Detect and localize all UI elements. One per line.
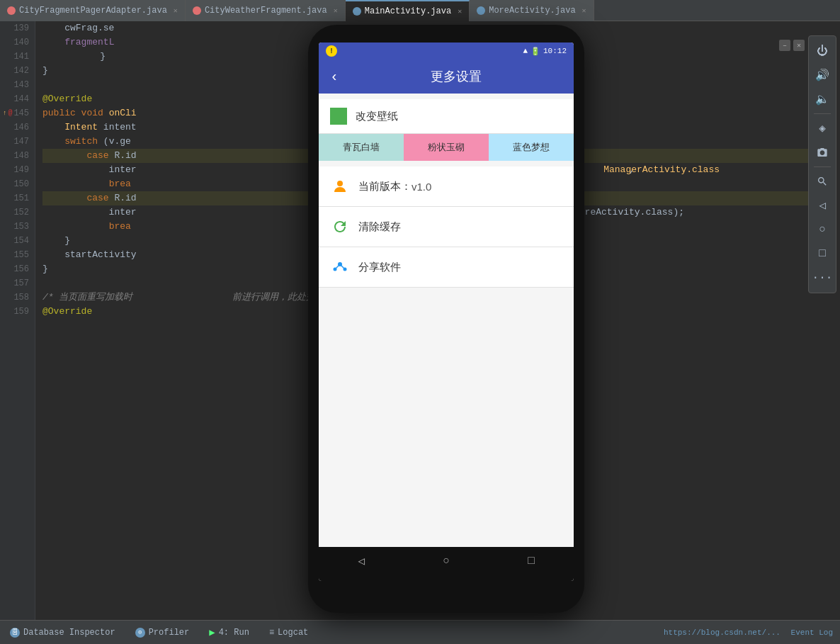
svg-point-0: [337, 181, 343, 186]
zoom-button[interactable]: [811, 170, 834, 193]
action-title: 更多设置: [350, 68, 562, 85]
android-device: ! ▲ 🔋 10:12 ‹ 更多设置 改变壁纸 青瓦白墙: [308, 25, 584, 613]
nav-home-button[interactable]: ○: [443, 555, 450, 567]
toolbar-divider1: [814, 113, 831, 114]
tab-city-weather-fragment[interactable]: CityWeatherFragment.java ✕: [186, 0, 346, 21]
logcat-tab[interactable]: ≡ Logcat: [259, 621, 318, 645]
run-tab[interactable]: ▶ 4: Run: [199, 621, 259, 645]
warning-icon: !: [326, 45, 337, 57]
version-value: v1.0: [412, 181, 431, 193]
status-right: ▲ 🔋 10:12: [523, 47, 567, 56]
database-inspector-label: Database Inspector: [23, 628, 115, 638]
time-display: 10:12: [543, 47, 567, 55]
logcat-icon: ≡: [269, 628, 274, 638]
tab-close-icon[interactable]: ✕: [174, 6, 178, 15]
screenshot-button[interactable]: [811, 141, 834, 164]
nav-back-toolbar-button[interactable]: ◁: [811, 194, 834, 217]
tab-close-icon4[interactable]: ✕: [582, 6, 586, 15]
tab-label3: MainActivity.java: [365, 6, 451, 16]
wallpaper-option-blue-dream[interactable]: 蓝色梦想: [489, 134, 574, 161]
rotate-button[interactable]: ◈: [811, 117, 834, 140]
tab-city-fragment-pager-adapter[interactable]: CityFragmentPagerAdapter.java ✕: [0, 0, 186, 21]
device-screen: ! ▲ 🔋 10:12 ‹ 更多设置 改变壁纸 青瓦白墙: [319, 43, 574, 581]
minimize-button[interactable]: –: [779, 40, 790, 51]
wallpaper-section: 改变壁纸 青瓦白墙 粉状玉砌 蓝色梦想: [319, 99, 574, 161]
share-label: 分享软件: [358, 261, 401, 274]
tab-close-icon2[interactable]: ✕: [334, 6, 338, 15]
more-toolbar-button[interactable]: ···: [811, 266, 834, 289]
database-inspector-tab[interactable]: 🗄 Database Inspector: [0, 621, 125, 645]
event-log-link[interactable]: Event Log: [791, 628, 833, 637]
wallpaper-header[interactable]: 改变壁纸: [319, 99, 574, 134]
profiler-label: Profiler: [149, 628, 190, 638]
app-content: 改变壁纸 青瓦白墙 粉状玉砌 蓝色梦想: [319, 94, 574, 547]
wallpaper-option-cyan[interactable]: 青瓦白墙: [319, 134, 404, 161]
wallpaper-label: 改变壁纸: [356, 110, 398, 123]
version-label: 当前版本：: [358, 180, 412, 193]
profiler-icon: ⊙: [135, 628, 145, 638]
signal-icon: ▲: [523, 47, 528, 55]
line-numbers: 139 140 141 142 143 144 ↑ @ 145 146 147 …: [0, 21, 35, 620]
volume-down-button[interactable]: 🔈: [811, 88, 834, 111]
run-icon: ▶: [209, 626, 215, 638]
logcat-label: Logcat: [278, 628, 308, 638]
svg-line-4: [335, 264, 340, 269]
nav-home-toolbar-button[interactable]: ○: [811, 218, 834, 241]
window-controls: – ✕: [779, 40, 805, 51]
back-button[interactable]: ‹: [330, 69, 339, 85]
tab-main-activity[interactable]: MainActivity.java ✕: [346, 0, 470, 21]
tab-icon-java4: [477, 6, 485, 15]
run-label: 4: Run: [219, 628, 249, 638]
bottom-bar: 🗄 Database Inspector ⊙ Profiler ▶ 4: Run…: [0, 620, 840, 644]
clear-cache-menu-item[interactable]: 清除缓存: [319, 207, 574, 247]
nav-recent-button[interactable]: □: [528, 555, 535, 567]
version-icon: [330, 176, 350, 196]
tab-label: CityFragmentPagerAdapter.java: [19, 6, 167, 16]
wallpaper-option-pink[interactable]: 粉状玉砌: [404, 134, 489, 161]
volume-up-button[interactable]: 🔊: [811, 64, 834, 86]
nav-back-button[interactable]: ◁: [358, 554, 365, 568]
device-navbar: ◁ ○ □: [319, 547, 574, 581]
tab-label4: MoreActivity.java: [489, 6, 575, 16]
floating-toolbar: ⏻ 🔊 🔈 ◈ ◁ ○ □ ···: [808, 35, 836, 293]
battery-icon: 🔋: [530, 47, 540, 56]
action-bar: ‹ 更多设置: [319, 60, 574, 94]
tab-icon-java3: [353, 7, 361, 16]
share-icon: [330, 257, 350, 277]
tab-more-activity[interactable]: MoreActivity.java ✕: [470, 0, 594, 21]
power-button[interactable]: ⏻: [811, 40, 834, 62]
clear-cache-label: 清除缓存: [358, 220, 401, 234]
tab-bar: CityFragmentPagerAdapter.java ✕ CityWeat…: [0, 0, 840, 21]
svg-line-5: [340, 264, 345, 269]
url-text: https://blog.csdn.net/...: [664, 628, 781, 637]
profiler-tab[interactable]: ⊙ Profiler: [125, 621, 200, 645]
nav-recent-toolbar-button[interactable]: □: [811, 242, 834, 265]
tab-close-icon3[interactable]: ✕: [458, 7, 462, 16]
database-inspector-icon: 🗄: [10, 628, 20, 638]
share-menu-item[interactable]: 分享软件: [319, 247, 574, 288]
status-bar: ! ▲ 🔋 10:12: [319, 43, 574, 60]
tab-icon-java2: [193, 6, 201, 15]
bottom-right-url: https://blog.csdn.net/... Event Log: [664, 628, 840, 637]
toolbar-divider2: [814, 166, 831, 167]
tab-label2: CityWeatherFragment.java: [205, 6, 327, 16]
wallpaper-options: 青瓦白墙 粉状玉砌 蓝色梦想: [319, 134, 574, 161]
tab-icon-java: [7, 6, 16, 15]
close-button[interactable]: ✕: [793, 40, 805, 51]
version-menu-item[interactable]: 当前版本： v1.0: [319, 166, 574, 207]
wallpaper-color-icon: [330, 108, 347, 125]
refresh-icon: [330, 217, 350, 237]
